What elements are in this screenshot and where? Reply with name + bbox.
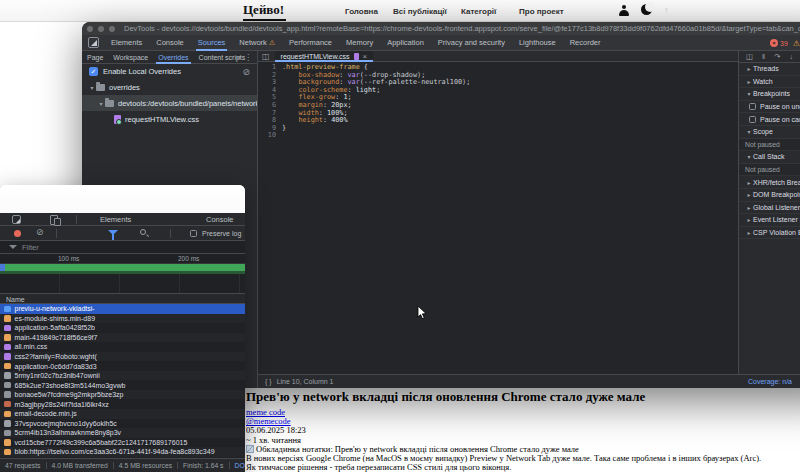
expand-arrow-icon[interactable]: ▾	[97, 100, 105, 107]
search-icon[interactable]	[140, 229, 146, 235]
coverage-link[interactable]: Coverage: n/a	[748, 378, 792, 385]
clear-network-log-icon[interactable]: ⊘	[36, 227, 44, 237]
preserve-log-checkbox[interactable]	[190, 230, 197, 237]
navigator-tab-content-scripts[interactable]: Content scripts	[194, 51, 251, 64]
expand-arrow-icon[interactable]: ▾	[745, 90, 753, 97]
tree-item[interactable]: ▾devtools:/devtools/bundled/panels/netwo…	[82, 95, 257, 111]
devtools-tab-privacy-and-security[interactable]: Privacy and security	[431, 35, 512, 51]
expand-arrow-icon[interactable]: ▸	[745, 229, 753, 236]
expand-arrow-icon[interactable]: ▾	[745, 153, 753, 160]
filter-input-placeholder[interactable]: Filter	[22, 241, 39, 254]
network-request-row[interactable]: es-module-shims.min-d89	[0, 314, 245, 324]
network-request-row[interactable]: bonaoe5w7fcdme9g2mkpr5bze3zp	[0, 390, 245, 400]
network-request-row[interactable]: vcd15cbe7772f49c399c6a5babf22c1241717689…	[0, 438, 245, 448]
site-logo[interactable]: Цейво!	[243, 2, 286, 21]
enable-overrides-checkbox[interactable]: ✓	[89, 67, 98, 76]
devtools-tab-elements[interactable]: Elements	[104, 35, 149, 51]
network-overview-waterfall[interactable]	[0, 264, 245, 271]
expand-arrow-icon[interactable]: ▸	[745, 78, 753, 85]
traffic-light-zoom[interactable]	[109, 26, 115, 32]
record-network-log-icon[interactable]	[14, 230, 21, 237]
expand-arrow-icon[interactable]: ▸	[745, 191, 753, 198]
network-request-row[interactable]: css2?family=Roboto:wght(	[0, 352, 245, 362]
pretty-print-icon[interactable]: { }	[265, 378, 272, 385]
step-over-icon[interactable]: ↷	[774, 52, 780, 61]
devtools-tab-memory[interactable]: Memory	[339, 35, 380, 51]
name-column-header[interactable]: Name	[0, 293, 245, 304]
debugger-section-threads[interactable]: ▸Threads	[739, 63, 800, 76]
devtools-tab-network[interactable]: Network⚠	[232, 35, 282, 51]
debugger-section-dom-breakpoints[interactable]: ▸DOM Breakpoints	[739, 189, 800, 202]
network-request-row[interactable]: m3agjbpy28s24if7tda1l6lkr4xz	[0, 399, 245, 409]
site-nav-item-2[interactable]: Всі публікації	[393, 7, 447, 16]
devtools-tab-performance[interactable]: Performance	[282, 35, 339, 51]
network-request-row[interactable]: 685k2ue73shoe8t3m5144mo3gvwb	[0, 380, 245, 390]
site-nav-item-1[interactable]: Головна	[345, 7, 378, 16]
scroll-top-icon[interactable]: ↑	[664, 5, 669, 15]
pause-icon[interactable]: ‖	[762, 52, 765, 61]
expand-arrow-icon[interactable]: ▸	[745, 65, 753, 72]
debugger-section-scope[interactable]: ▾Scope	[739, 126, 800, 139]
network-request-row[interactable]: 5crm4ib13n3alhmavknme8ny8p3v	[0, 428, 245, 438]
dark-mode-moon-icon[interactable]	[641, 4, 652, 15]
mini-tab-console[interactable]: Console	[206, 213, 234, 226]
traffic-light-close[interactable]	[87, 26, 93, 32]
inspect-element-icon[interactable]	[88, 37, 99, 48]
traffic-light-minimize[interactable]	[98, 26, 104, 32]
devtools-tab-application[interactable]: Application	[380, 35, 431, 51]
device-toolbar-icon[interactable]	[50, 215, 59, 224]
close-tab-icon[interactable]: ×	[363, 52, 368, 61]
devtools-tab-console[interactable]: Console	[149, 35, 191, 51]
navigator-tab-page[interactable]: Page	[82, 51, 108, 64]
editor-panel-icon[interactable]: ◫	[262, 52, 270, 61]
network-request-row[interactable]: all.min.css	[0, 342, 245, 352]
network-filter-bar[interactable]: Filter	[0, 241, 245, 254]
console-issue-badge[interactable]: × 39 ⚠	[770, 35, 800, 51]
debugger-section-event-listener-breakpoints[interactable]: ▸Event Listener Breakpoints	[739, 214, 800, 227]
expand-arrow-icon[interactable]: ▸	[745, 179, 753, 186]
debugger-section-breakpoints[interactable]: ▾Breakpoints	[739, 88, 800, 101]
expand-arrow-icon[interactable]: ▾	[745, 128, 753, 135]
network-request-row[interactable]: previu-u-network-vkladtsi-	[0, 304, 245, 314]
panel-icon[interactable]: ◫	[746, 52, 753, 61]
debugger-section-csp-violation-breakpoints[interactable]: ▸CSP Violation Breakpoints	[739, 227, 800, 240]
step-into-icon[interactable]: ↓	[790, 52, 794, 61]
tree-item[interactable]: ▾overrides	[82, 79, 257, 95]
network-request-row[interactable]: 37vspvcoejmqbvcno1dyy6oklh5c	[0, 419, 245, 429]
network-request-row[interactable]: email-decode.min.js	[0, 409, 245, 419]
user-icon[interactable]	[619, 5, 629, 17]
expand-arrow-icon[interactable]: ▸	[745, 216, 753, 223]
more-tabs-icon[interactable]: »	[237, 53, 241, 62]
network-request-row[interactable]: blob:https://tseivo.com/ce3aa3c6-671a-44…	[0, 447, 245, 457]
debugger-section-call-stack[interactable]: ▾Call Stack	[739, 151, 800, 164]
inspect-element-icon[interactable]	[12, 215, 21, 224]
debugger-section-global-listeners[interactable]: ▸Global Listeners	[739, 202, 800, 215]
filter-icon[interactable]	[108, 230, 118, 235]
tree-item[interactable]: requestHTMLView.css	[82, 111, 257, 127]
debugger-section-xhr-fetch-breakpoints[interactable]: ▸XHR/fetch Breakpoints	[739, 176, 800, 189]
expand-arrow-icon[interactable]: ▾	[88, 84, 96, 91]
debugger-section-watch[interactable]: ▸Watch	[739, 76, 800, 89]
source-editor-pane[interactable]: ◫ requestHTMLView.css × 1.html-preview-f…	[258, 51, 738, 374]
network-request-row[interactable]: application-0c6dd7da83d3	[0, 361, 245, 371]
mini-tab-elements[interactable]: Elements	[100, 213, 131, 226]
code-editor[interactable]: 1.html-preview-frame {2 box-shadow: var(…	[258, 62, 738, 140]
network-request-row[interactable]: application-5affa0428f52b	[0, 323, 245, 333]
devtools-titlebar[interactable]: DevTools - devtools://devtools/bundled/d…	[82, 22, 800, 35]
pause-exceptions-checkbox[interactable]	[749, 103, 756, 110]
devtools-tab-lighthouse[interactable]: Lighthouse	[512, 35, 563, 51]
pause-exceptions-checkbox[interactable]	[749, 116, 756, 123]
devtools-tab-recorder[interactable]: Recorder	[563, 35, 608, 51]
navigator-tab-overrides[interactable]: Overrides	[153, 51, 193, 64]
devtools-tab-sources[interactable]: Sources	[191, 35, 233, 51]
network-request-row[interactable]: 5rmy1nr02c7bz3nlb47ownii	[0, 371, 245, 381]
site-nav-item-3[interactable]: Категорії	[461, 7, 496, 16]
expand-arrow-icon[interactable]: ▸	[745, 204, 753, 211]
site-nav-item-4[interactable]: Про проект	[519, 7, 564, 16]
warning-triangle-icon: ⚠	[793, 39, 800, 48]
navigator-tab-workspace[interactable]: Workspace	[108, 51, 153, 64]
editor-tab[interactable]: requestHTMLView.css ×	[275, 51, 374, 62]
navigator-menu-icon[interactable]: ⋮	[244, 53, 252, 62]
clear-configuration-icon[interactable]: ⊘	[242, 67, 250, 77]
network-request-row[interactable]: main-419849c718f56ce9f7	[0, 333, 245, 343]
